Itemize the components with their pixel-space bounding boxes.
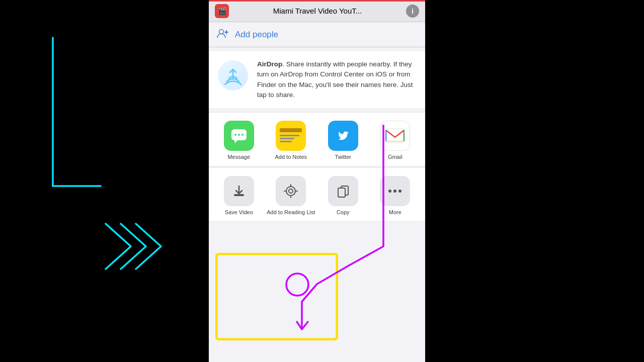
message-label: Message xyxy=(227,154,250,160)
share-apps-row: Message Add to Notes xyxy=(209,112,425,166)
svg-point-18 xyxy=(289,189,293,193)
svg-rect-24 xyxy=(338,188,345,197)
share-gmail[interactable]: Gmail xyxy=(369,121,422,160)
svg-rect-14 xyxy=(386,129,404,143)
more-label: More xyxy=(389,209,401,215)
airdrop-icon xyxy=(217,59,249,92)
add-reading-list-label: Add to Reading List xyxy=(267,209,315,215)
info-button[interactable]: i xyxy=(406,5,419,18)
twitter-icon xyxy=(328,121,358,151)
twitter-label: Twitter xyxy=(335,154,351,160)
svg-marker-10 xyxy=(234,140,237,143)
copy-label: Copy xyxy=(337,209,350,215)
gmail-label: Gmail xyxy=(388,154,403,160)
airdrop-description: AirDrop. Share instantly with people nea… xyxy=(257,59,417,100)
add-people-row[interactable]: Add people xyxy=(209,22,425,47)
black-left-bg xyxy=(0,0,209,362)
app-icon: 🎬 xyxy=(215,4,229,18)
save-video-label: Save Video xyxy=(225,209,253,215)
bottom-area xyxy=(209,222,425,362)
save-video-icon xyxy=(224,176,254,206)
notes-icon xyxy=(276,121,306,151)
add-people-label: Add people xyxy=(235,30,278,40)
add-to-notes-label: Add to Notes xyxy=(275,154,307,160)
svg-point-25 xyxy=(388,190,391,193)
add-reading-list-icon xyxy=(276,176,306,206)
share-twitter[interactable]: Twitter xyxy=(317,121,369,160)
title-bar: 🎬 Miami Travel Video YouT... i xyxy=(209,0,425,22)
message-icon xyxy=(224,121,254,151)
action-add-reading-list[interactable]: Add to Reading List xyxy=(265,176,317,215)
action-copy[interactable]: Copy xyxy=(317,176,369,215)
ios-share-panel: 🎬 Miami Travel Video YouT... i Add peopl… xyxy=(209,0,425,362)
action-more[interactable]: More xyxy=(369,176,422,215)
svg-rect-16 xyxy=(234,194,244,196)
svg-point-11 xyxy=(234,134,236,136)
svg-point-17 xyxy=(286,187,295,196)
title-bar-accent xyxy=(209,0,425,2)
black-right-bg xyxy=(536,0,644,362)
more-icon xyxy=(380,176,410,206)
window-title: Miami Travel Video YouT... xyxy=(229,7,406,15)
add-person-icon xyxy=(217,28,229,41)
svg-point-27 xyxy=(398,190,401,193)
svg-point-12 xyxy=(238,134,240,136)
copy-icon xyxy=(328,176,358,206)
share-message[interactable]: Message xyxy=(213,121,265,160)
action-save-video[interactable]: Save Video xyxy=(213,176,265,215)
airdrop-section: AirDrop. Share instantly with people nea… xyxy=(209,51,425,108)
svg-point-26 xyxy=(393,190,396,193)
action-items-row: Save Video Add to Reading List xyxy=(209,167,425,222)
svg-point-4 xyxy=(219,30,224,34)
svg-point-13 xyxy=(242,134,244,136)
gmail-icon xyxy=(380,121,410,151)
share-add-to-notes[interactable]: Add to Notes xyxy=(265,121,317,160)
